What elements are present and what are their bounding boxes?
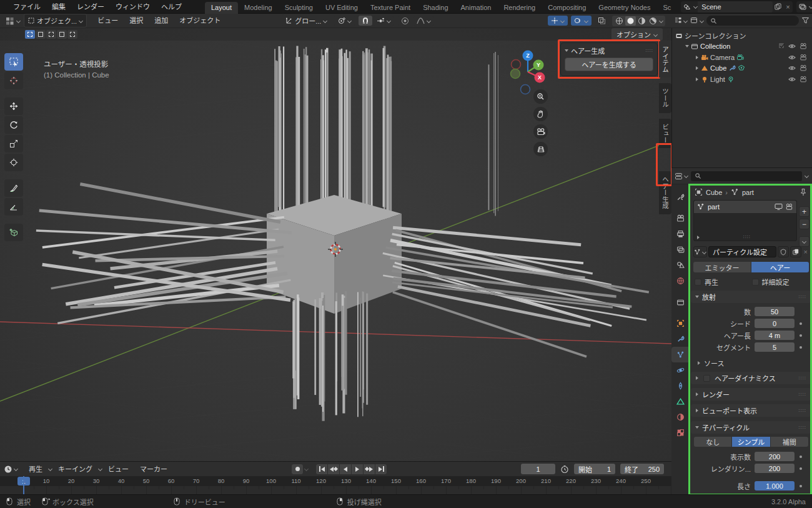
- hide-viewport-eye-icon[interactable]: [788, 76, 796, 83]
- viewport-menu-2[interactable]: 追加: [149, 14, 174, 27]
- tool-measure-button[interactable]: [4, 198, 23, 216]
- next-keyframe-button[interactable]: [364, 464, 375, 474]
- workspace-tab-geometry-nodes[interactable]: Geometry Nodes: [592, 2, 656, 14]
- show-overlays-dropdown[interactable]: [571, 16, 592, 26]
- properties-tab-output[interactable]: [671, 226, 690, 242]
- disable-render-camera-icon[interactable]: [800, 42, 807, 50]
- render-visibility-icon[interactable]: [785, 203, 793, 211]
- properties-tab-scene[interactable]: [671, 257, 690, 273]
- tool-move-button[interactable]: [4, 97, 23, 115]
- play-button[interactable]: [352, 464, 363, 474]
- play-reverse-button[interactable]: [340, 464, 351, 474]
- viewport-menu-3[interactable]: オブジェクト: [174, 14, 226, 27]
- settings-type-button[interactable]: [693, 246, 707, 257]
- tool-cursor-button[interactable]: [4, 72, 23, 89]
- scene-selector[interactable]: Scene ×: [681, 1, 792, 12]
- animate-dot[interactable]: [800, 346, 802, 349]
- snap-toggle[interactable]: [359, 16, 372, 26]
- emission-panel-header[interactable]: 放射 ∷∷: [691, 291, 811, 303]
- workspace-tab-texture-paint[interactable]: Texture Paint: [364, 2, 417, 14]
- fake-user-button[interactable]: [778, 246, 789, 257]
- keying-dropdown-icon[interactable]: [304, 467, 309, 471]
- scene-name[interactable]: Scene: [698, 1, 773, 12]
- pan-button[interactable]: [533, 107, 548, 121]
- hide-viewport-eye-icon[interactable]: [788, 54, 796, 61]
- settings-name-field[interactable]: パーティクル設定: [708, 246, 776, 257]
- advanced-checkbox[interactable]: [752, 279, 759, 286]
- workspace-tab-compositing[interactable]: Compositing: [542, 2, 592, 14]
- panel-grip-icon[interactable]: ∷∷: [646, 48, 653, 54]
- sidebar-tab-0[interactable]: アイテム: [659, 41, 671, 77]
- tool-annotate-button[interactable]: [4, 179, 23, 197]
- shading-rendered-button[interactable]: [648, 16, 658, 26]
- timeline-menu-2[interactable]: ビュー: [102, 462, 134, 476]
- properties-tab-object[interactable]: [671, 316, 690, 331]
- properties-tab-material[interactable]: [671, 409, 690, 425]
- properties-search-input[interactable]: [691, 171, 802, 181]
- properties-tab-texture[interactable]: [671, 425, 690, 441]
- jump-to-end-button[interactable]: [375, 464, 387, 474]
- pivot-point-dropdown[interactable]: [334, 16, 355, 26]
- tool-add-cube-button[interactable]: [4, 224, 23, 241]
- children-panel-header[interactable]: 子パーティクル ∷∷: [691, 421, 811, 434]
- list-expand-icon[interactable]: [696, 236, 700, 239]
- viewport-visibility-icon[interactable]: [775, 203, 783, 211]
- app-menu-0[interactable]: ファイル: [7, 0, 46, 14]
- animate-dot[interactable]: [800, 322, 802, 325]
- generate-hair-button[interactable]: ヘアーを生成する: [565, 57, 653, 71]
- timeline-menu-1[interactable]: キーイング: [52, 462, 98, 476]
- properties-editor-button[interactable]: [675, 172, 688, 180]
- timeline-ruler[interactable]: 1 10203040506070809010011012013014015016…: [0, 476, 671, 486]
- slot-specials-button[interactable]: [799, 236, 810, 247]
- new-copy-button[interactable]: [790, 246, 801, 257]
- sidebar-tab-3[interactable]: ヘアー生成: [659, 171, 671, 214]
- children-mode-1[interactable]: シンプル: [732, 437, 770, 447]
- viewport-3d[interactable]: ユーザー・透視投影 (1) Collection | Cube ZYX: [0, 28, 671, 461]
- breadcrumb-object[interactable]: Cube: [706, 189, 722, 196]
- property-field[interactable]: 5: [755, 342, 795, 352]
- properties-tab-render[interactable]: [671, 211, 690, 226]
- children-mode-0[interactable]: なし: [694, 437, 731, 447]
- properties-tab-constraints[interactable]: [671, 378, 690, 394]
- shading-wireframe-button[interactable]: [614, 16, 625, 26]
- app-menu-2[interactable]: レンダー: [71, 0, 110, 14]
- workspace-tab-sculpting[interactable]: Sculpting: [279, 2, 319, 14]
- copy-icon[interactable]: [773, 3, 783, 10]
- disclosure-icon[interactable]: [695, 66, 699, 70]
- frame-end-field[interactable]: 終了 250: [620, 464, 664, 474]
- filter-icon[interactable]: [801, 17, 810, 24]
- breadcrumb-data[interactable]: part: [742, 189, 754, 196]
- property-field[interactable]: 0: [755, 319, 795, 328]
- type-tab-1[interactable]: ヘアー: [751, 262, 809, 272]
- select-mode-invert[interactable]: [57, 30, 67, 39]
- select-mode-subtract[interactable]: [46, 30, 56, 39]
- select-mode-extend[interactable]: [36, 30, 46, 39]
- snap-settings-dropdown[interactable]: [374, 16, 394, 26]
- shading-solid-button[interactable]: [625, 16, 636, 26]
- viewport-menu-0[interactable]: ビュー: [92, 14, 124, 27]
- regrow-checkbox[interactable]: [695, 279, 701, 286]
- panel-collapse-icon[interactable]: [565, 49, 568, 52]
- animate-dot[interactable]: [800, 456, 802, 458]
- workspace-tab-modeling[interactable]: Modeling: [238, 2, 279, 14]
- unlink-button[interactable]: ×: [803, 248, 809, 256]
- select-mode-new[interactable]: [25, 30, 35, 39]
- properties-tab-modifiers[interactable]: [671, 331, 690, 347]
- hide-viewport-eye-icon[interactable]: [788, 64, 796, 72]
- viewport-menu-1[interactable]: 選択: [124, 14, 149, 27]
- chevron-down-icon[interactable]: [805, 174, 809, 178]
- app-menu-4[interactable]: ヘルプ: [156, 0, 187, 14]
- animate-dot[interactable]: [800, 334, 802, 337]
- options-dropdown[interactable]: オプション: [611, 28, 663, 41]
- outliner-display-mode[interactable]: [690, 17, 704, 24]
- outliner-row-Camera[interactable]: Camera: [671, 52, 812, 63]
- property-field[interactable]: 50: [755, 307, 795, 316]
- properties-tab-particles[interactable]: [671, 347, 690, 362]
- shading-material-button[interactable]: [636, 16, 647, 26]
- properties-tab-world[interactable]: [671, 273, 690, 289]
- prev-keyframe-button[interactable]: [328, 464, 339, 474]
- workspace-tab-uv-editing[interactable]: UV Editing: [319, 2, 364, 14]
- use-preview-range-icon[interactable]: [560, 465, 569, 474]
- unlink-icon[interactable]: ×: [783, 3, 792, 11]
- jump-to-start-button[interactable]: [316, 464, 327, 474]
